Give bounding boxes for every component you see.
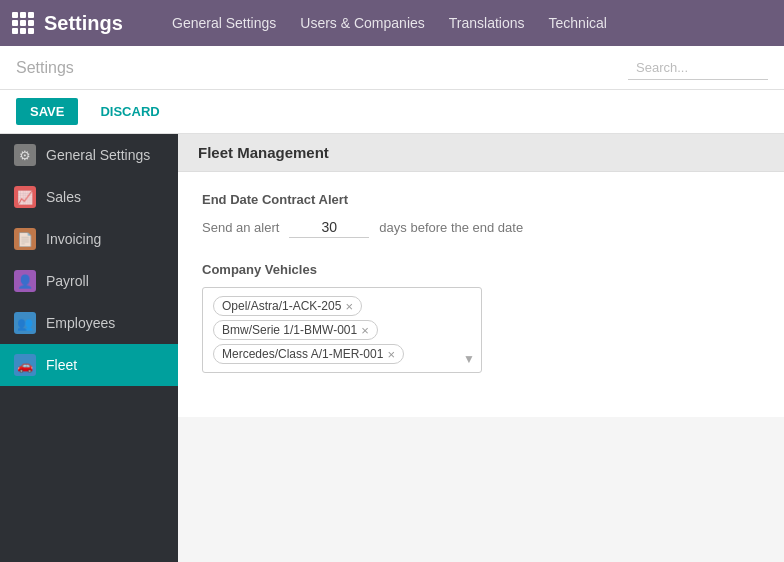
company-vehicles-group: Company Vehicles Opel/Astra/1-ACK-205 × …: [202, 262, 760, 373]
sidebar-label-sales: Sales: [46, 189, 81, 205]
sidebar-item-invoicing[interactable]: 📄 Invoicing: [0, 218, 178, 260]
contract-alert-row: Send an alert days before the end date: [202, 217, 760, 238]
nav-general-settings[interactable]: General Settings: [172, 11, 276, 35]
company-vehicles-label: Company Vehicles: [202, 262, 760, 277]
employees-icon: 👥: [14, 312, 36, 334]
sidebar-item-sales[interactable]: 📈 Sales: [0, 176, 178, 218]
search-input[interactable]: [628, 56, 768, 80]
tag-bmw: Bmw/Serie 1/1-BMW-001 ×: [213, 320, 378, 340]
sidebar-label-employees: Employees: [46, 315, 115, 331]
fleet-icon: 🚗: [14, 354, 36, 376]
tag-remove-bmw[interactable]: ×: [361, 324, 369, 337]
sidebar-label-invoicing: Invoicing: [46, 231, 101, 247]
discard-button[interactable]: DISCARD: [86, 98, 173, 125]
save-button[interactable]: SAVE: [16, 98, 78, 125]
tag-label-opel: Opel/Astra/1-ACK-205: [222, 299, 341, 313]
app-logo[interactable]: Settings: [12, 12, 152, 35]
sidebar: ⚙ General Settings 📈 Sales 📄 Invoicing 👤…: [0, 134, 178, 562]
nav-users-companies[interactable]: Users & Companies: [300, 11, 425, 35]
days-after-text: days before the end date: [379, 220, 523, 235]
sidebar-label-fleet: Fleet: [46, 357, 77, 373]
main-layout: ⚙ General Settings 📈 Sales 📄 Invoicing 👤…: [0, 134, 784, 562]
section-title: Fleet Management: [178, 134, 784, 172]
section-body: End Date Contract Alert Send an alert da…: [178, 172, 784, 417]
payroll-icon: 👤: [14, 270, 36, 292]
contract-alert-group: End Date Contract Alert Send an alert da…: [202, 192, 760, 238]
top-navigation: Settings General Settings Users & Compan…: [0, 0, 784, 46]
content-area: Fleet Management End Date Contract Alert…: [178, 134, 784, 562]
nav-technical[interactable]: Technical: [549, 11, 607, 35]
nav-translations[interactable]: Translations: [449, 11, 525, 35]
tags-container[interactable]: Opel/Astra/1-ACK-205 × Bmw/Serie 1/1-BMW…: [202, 287, 482, 373]
sidebar-item-payroll[interactable]: 👤 Payroll: [0, 260, 178, 302]
page-title: Settings: [16, 59, 74, 77]
sidebar-item-fleet[interactable]: 🚗 Fleet: [0, 344, 178, 386]
nav-links: General Settings Users & Companies Trans…: [172, 11, 772, 35]
tag-remove-opel[interactable]: ×: [345, 300, 353, 313]
tag-label-bmw: Bmw/Serie 1/1-BMW-001: [222, 323, 357, 337]
sidebar-label-payroll: Payroll: [46, 273, 89, 289]
sidebar-label-general-settings: General Settings: [46, 147, 150, 163]
contract-alert-label: End Date Contract Alert: [202, 192, 760, 207]
sidebar-item-employees[interactable]: 👥 Employees: [0, 302, 178, 344]
sales-icon: 📈: [14, 186, 36, 208]
invoice-icon: 📄: [14, 228, 36, 250]
tag-label-mercedes: Mercedes/Class A/1-MER-001: [222, 347, 383, 361]
tag-remove-mercedes[interactable]: ×: [387, 348, 395, 361]
sub-header: Settings: [0, 46, 784, 90]
action-bar: SAVE DISCARD: [0, 90, 784, 134]
tag-mercedes: Mercedes/Class A/1-MER-001 ×: [213, 344, 404, 364]
grid-icon: [12, 12, 34, 34]
tag-opel: Opel/Astra/1-ACK-205 ×: [213, 296, 362, 316]
gear-icon: ⚙: [14, 144, 36, 166]
days-input[interactable]: [289, 217, 369, 238]
sidebar-item-general-settings[interactable]: ⚙ General Settings: [0, 134, 178, 176]
tags-dropdown-arrow[interactable]: ▼: [463, 352, 475, 366]
app-title: Settings: [44, 12, 123, 35]
send-alert-text: Send an alert: [202, 220, 279, 235]
